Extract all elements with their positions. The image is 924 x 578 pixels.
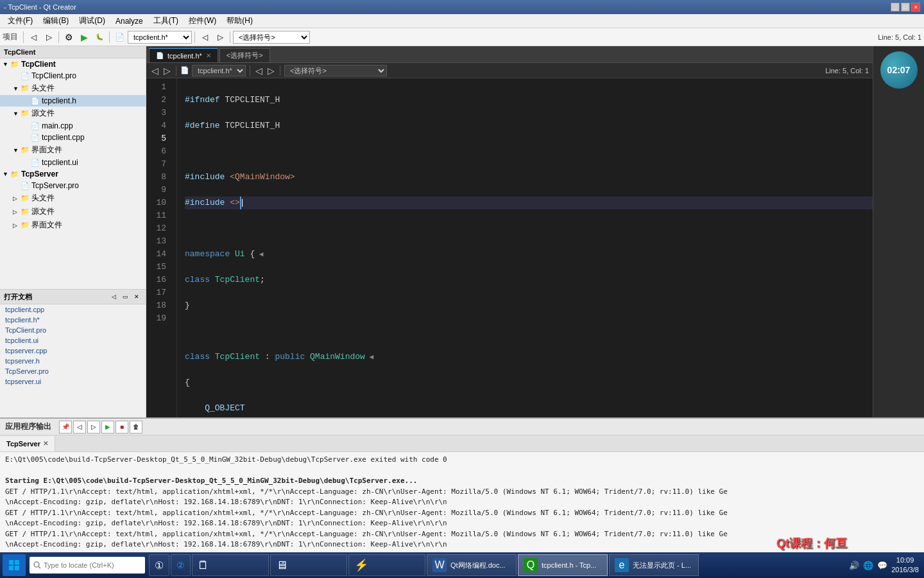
taskbar-btn-4[interactable]: 🖥 bbox=[270, 554, 347, 576]
ed-next-btn[interactable]: ▷ bbox=[266, 66, 276, 76]
menu-file[interactable]: 文件(F) bbox=[3, 14, 38, 28]
ed-file-label: 📄 bbox=[180, 66, 189, 74]
tab-tcpclient-h[interactable]: 📄 tcpclient.h* ✕ bbox=[149, 48, 218, 62]
line-num-9: 9 bbox=[146, 184, 166, 197]
open-docs-btn2[interactable]: ▭ bbox=[120, 292, 130, 302]
line-num-15: 15 bbox=[146, 261, 166, 274]
start-button[interactable] bbox=[3, 554, 26, 576]
bottom-tab-tcpserver[interactable]: TcpServer ✕ bbox=[0, 436, 55, 451]
tray-icon-sound[interactable]: 🔊 bbox=[849, 561, 859, 570]
symbol-select[interactable]: <选择符号> bbox=[233, 31, 310, 44]
build-button[interactable]: ⚙ bbox=[62, 30, 76, 44]
output-area[interactable]: E:\Qt\005\code\build-TcpServer-Desktop_Q… bbox=[0, 452, 924, 552]
file-dropdown[interactable]: tcpclient.h* bbox=[128, 31, 192, 44]
code-line-9: } bbox=[185, 299, 873, 312]
tree-item-tcpclient-root[interactable]: ▼ 📁 TcpClient bbox=[0, 58, 146, 70]
open-doc-tcpserver-cpp[interactable]: tcpserver.cpp bbox=[0, 346, 146, 356]
output-line-4: GET / HTTP/1.1\r\nAccept: text/html, app… bbox=[5, 487, 919, 498]
menu-tools[interactable]: 工具(T) bbox=[148, 14, 184, 28]
line-num-18: 18 bbox=[146, 299, 166, 312]
taskbar-btn-5[interactable]: ⚡ bbox=[348, 554, 425, 576]
back-button[interactable]: ◁ bbox=[26, 30, 40, 44]
file-icon: 📄 bbox=[21, 72, 30, 80]
tree-item-server-sources[interactable]: ▷ 📁 源文件 bbox=[0, 205, 146, 218]
tree-item-sources-folder[interactable]: ▼ 📁 源文件 bbox=[0, 107, 146, 120]
code-body[interactable]: #ifndef TCPCLIENT_H #define TCPCLIENT_H … bbox=[177, 78, 873, 417]
bottom-tb-next[interactable]: ▷ bbox=[87, 421, 100, 434]
menu-debug[interactable]: 调试(D) bbox=[74, 14, 110, 28]
bottom-tb-prev[interactable]: ◁ bbox=[73, 421, 86, 434]
tab-symbol[interactable]: <选择符号> bbox=[219, 48, 270, 62]
ed-prev-btn[interactable]: ◁ bbox=[254, 66, 264, 76]
menu-help[interactable]: 帮助(H) bbox=[221, 14, 258, 28]
menu-edit[interactable]: 编辑(B) bbox=[38, 14, 74, 28]
minimize-button[interactable]: _ bbox=[891, 3, 900, 12]
bottom-tb-stop[interactable]: ■ bbox=[116, 421, 128, 434]
btab-close[interactable]: ✕ bbox=[43, 440, 48, 447]
app-icon-qt: Q bbox=[524, 558, 538, 572]
ed-symbol-select[interactable]: <选择符号> bbox=[284, 65, 387, 76]
titlebar-title: - TcpClient - Qt Creator bbox=[4, 3, 76, 11]
tree-item-server-ui[interactable]: ▷ 📁 界面文件 bbox=[0, 218, 146, 232]
bottom-tb-pin[interactable]: 📌 bbox=[59, 421, 72, 434]
tree-label: 头文件 bbox=[31, 83, 55, 94]
maximize-button[interactable]: □ bbox=[901, 3, 910, 12]
code-line-7: namespace Ui { ◀ bbox=[185, 248, 873, 261]
output-line-3: Starting E:\Qt\005\code\build-TcpServer-… bbox=[5, 476, 919, 487]
line-num-4: 4 bbox=[146, 119, 166, 132]
ed-file-select[interactable]: tcpclient.h* bbox=[192, 65, 246, 76]
tray-icon-msg[interactable]: 💬 bbox=[877, 561, 887, 570]
folder-icon: 📁 bbox=[21, 84, 30, 92]
tree-item-main-cpp[interactable]: 📄 main.cpp bbox=[0, 120, 146, 132]
tree-item-tcpclient-pro[interactable]: 📄 TcpClient.pro bbox=[0, 70, 146, 82]
search-container[interactable] bbox=[30, 557, 145, 574]
run-button[interactable]: ▶ bbox=[77, 30, 91, 44]
tree-item-tcpserver-pro[interactable]: 📄 TcpServer.pro bbox=[0, 180, 146, 191]
forward-button[interactable]: ▷ bbox=[42, 30, 56, 44]
tray-clock[interactable]: 10:09 2016/3/8 bbox=[891, 556, 919, 575]
open-docs-btn1[interactable]: ◁ bbox=[108, 292, 119, 302]
tree-item-tcpclient-cpp[interactable]: 📄 tcpclient.cpp bbox=[0, 132, 146, 143]
taskbar-btn-3[interactable]: 🗒 bbox=[192, 554, 269, 576]
open-doc-tcpclient-pro[interactable]: TcpClient.pro bbox=[0, 325, 146, 335]
bottom-tb-run[interactable]: ▶ bbox=[101, 421, 114, 434]
tray-icon-network[interactable]: 🌐 bbox=[863, 561, 873, 570]
windows-icon bbox=[8, 559, 20, 571]
open-doc-tcpserver-h[interactable]: tcpserver.h bbox=[0, 356, 146, 366]
bottom-tb-clear[interactable]: 🗑 bbox=[130, 421, 142, 434]
file-icon[interactable]: 📄 bbox=[112, 30, 126, 44]
tree-item-tcpclient-h[interactable]: 📄 tcpclient.h bbox=[0, 95, 146, 107]
close-button[interactable]: ✕ bbox=[911, 3, 920, 12]
open-doc-tcpclient-h[interactable]: tcpclient.h* bbox=[0, 315, 146, 325]
open-doc-tcpclient-cpp[interactable]: tcpclient.cpp bbox=[0, 304, 146, 315]
menu-controls[interactable]: 控件(W) bbox=[184, 14, 221, 28]
toolbar: 项目 ◁ ▷ ⚙ ▶ 🐛 📄 tcpclient.h* ◁ ▷ <选择符号> L… bbox=[0, 28, 924, 46]
search-input[interactable] bbox=[44, 561, 127, 569]
tree-item-server-headers[interactable]: ▷ 📁 头文件 bbox=[0, 191, 146, 205]
ed-back-btn[interactable]: ◁ bbox=[150, 66, 160, 76]
tab-close-icon[interactable]: ✕ bbox=[206, 52, 211, 59]
debug-button[interactable]: 🐛 bbox=[92, 30, 107, 44]
open-docs-btn3[interactable]: ✕ bbox=[132, 292, 142, 302]
code-line-3 bbox=[185, 145, 873, 158]
open-doc-tcpserver-ui[interactable]: tcpserver.ui bbox=[0, 376, 146, 387]
tray-time: 10:09 bbox=[891, 556, 919, 565]
output-line-8: GET / HTTP/1.1\r\nAccept: text/html, app… bbox=[5, 529, 919, 540]
ed-forward-btn[interactable]: ▷ bbox=[162, 66, 172, 76]
next-btn[interactable]: ▷ bbox=[213, 30, 227, 44]
open-doc-tcpclient-ui[interactable]: tcpclient.ui bbox=[0, 335, 146, 346]
taskbar-app-qtcreator[interactable]: Q tcpclient.h - Tcp... bbox=[518, 554, 608, 576]
open-doc-tcpserver-pro[interactable]: TcpServer.pro bbox=[0, 366, 146, 376]
app-label-word: Qt网络编程.doc... bbox=[450, 561, 506, 570]
menu-analyze[interactable]: Analyze bbox=[110, 15, 148, 27]
nav-label: 项目 bbox=[3, 31, 18, 42]
tree-item-headers-folder[interactable]: ▼ 📁 头文件 bbox=[0, 82, 146, 95]
taskbar-app-ie[interactable]: e 无法显示此页 - L... bbox=[609, 554, 699, 576]
tree-item-tcpserver-root[interactable]: ▼ 📁 TcpServer bbox=[0, 168, 146, 180]
tree-item-ui-folder[interactable]: ▼ 📁 界面文件 bbox=[0, 143, 146, 157]
taskbar-btn-2[interactable]: ② bbox=[171, 554, 191, 576]
taskbar-btn-1[interactable]: ① bbox=[149, 554, 169, 576]
prev-btn[interactable]: ◁ bbox=[198, 30, 212, 44]
tree-item-tcpclient-ui[interactable]: 📄 tcpclient.ui bbox=[0, 157, 146, 168]
taskbar-app-word[interactable]: W Qt网络编程.doc... bbox=[427, 554, 517, 576]
